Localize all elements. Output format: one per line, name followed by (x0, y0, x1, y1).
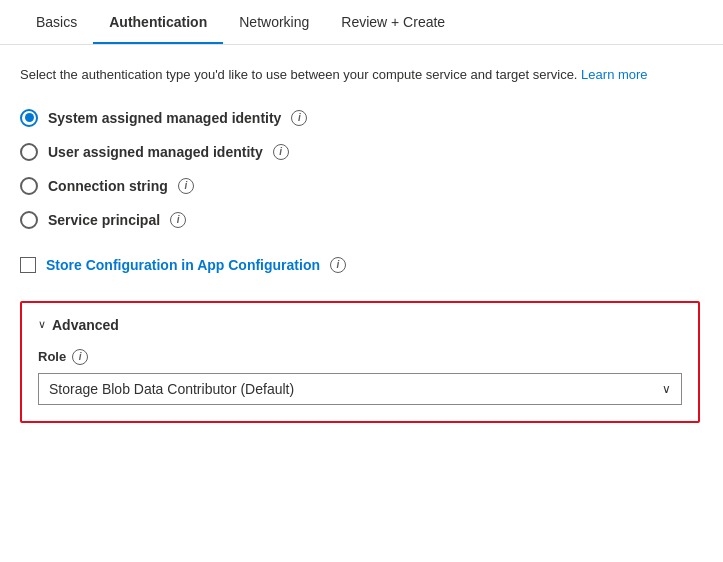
radio-label-system-assigned: System assigned managed identity (48, 110, 281, 126)
radio-item-user-assigned[interactable]: User assigned managed identityi (20, 143, 703, 161)
store-config-label: Store Configuration in App Configuration (46, 257, 320, 273)
store-config-info-icon[interactable]: i (330, 257, 346, 273)
radio-label-connection-string: Connection string (48, 178, 168, 194)
role-field-label: Role i (38, 349, 682, 365)
role-dropdown-chevron-icon: ∨ (662, 382, 671, 396)
info-icon-service-principal[interactable]: i (170, 212, 186, 228)
radio-item-system-assigned[interactable]: System assigned managed identityi (20, 109, 703, 127)
radio-connection-string[interactable] (20, 177, 38, 195)
advanced-header[interactable]: ∨ Advanced (38, 317, 682, 333)
advanced-section: ∨ Advanced Role i Storage Blob Data Cont… (20, 301, 700, 423)
info-icon-user-assigned[interactable]: i (273, 144, 289, 160)
radio-label-service-principal: Service principal (48, 212, 160, 228)
role-info-icon[interactable]: i (72, 349, 88, 365)
role-dropdown[interactable]: Storage Blob Data Contributor (Default) … (38, 373, 682, 405)
radio-system-assigned[interactable] (20, 109, 38, 127)
role-dropdown-value: Storage Blob Data Contributor (Default) (49, 381, 294, 397)
nav-tab-review-create[interactable]: Review + Create (325, 0, 461, 44)
info-icon-system-assigned[interactable]: i (291, 110, 307, 126)
nav-tab-authentication[interactable]: Authentication (93, 0, 223, 44)
store-config-checkbox-row: Store Configuration in App Configuration… (20, 257, 703, 273)
store-config-checkbox[interactable] (20, 257, 36, 273)
description-text: Select the authentication type you'd lik… (20, 65, 700, 85)
radio-service-principal[interactable] (20, 211, 38, 229)
radio-item-service-principal[interactable]: Service principali (20, 211, 703, 229)
radio-item-connection-string[interactable]: Connection stringi (20, 177, 703, 195)
info-icon-connection-string[interactable]: i (178, 178, 194, 194)
radio-user-assigned[interactable] (20, 143, 38, 161)
radio-label-user-assigned: User assigned managed identity (48, 144, 263, 160)
advanced-title: Advanced (52, 317, 119, 333)
nav-tab-basics[interactable]: Basics (20, 0, 93, 44)
auth-radio-group: System assigned managed identityiUser as… (20, 109, 703, 229)
nav-tab-networking[interactable]: Networking (223, 0, 325, 44)
nav-tabs: BasicsAuthenticationNetworkingReview + C… (0, 0, 723, 45)
learn-more-link[interactable]: Learn more (581, 67, 647, 82)
main-content: Select the authentication type you'd lik… (0, 45, 723, 443)
advanced-chevron-icon: ∨ (38, 318, 46, 331)
